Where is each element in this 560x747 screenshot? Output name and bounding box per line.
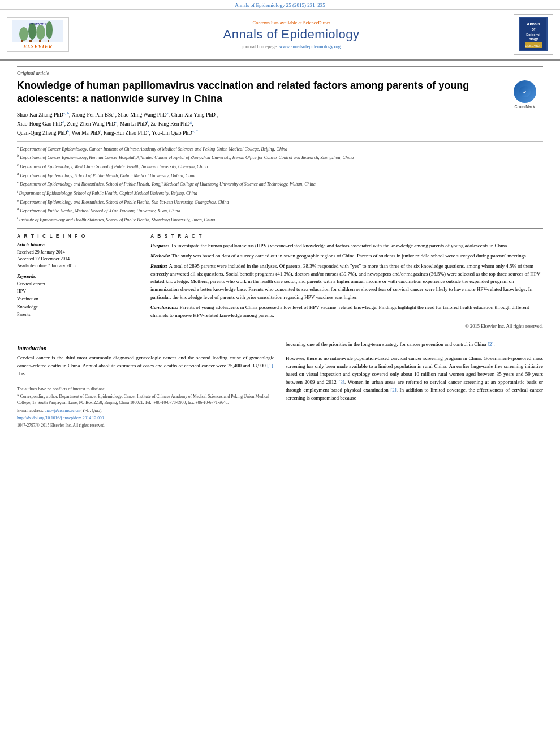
svg-text:Annals: Annals bbox=[527, 22, 540, 26]
intro-two-col: Introduction Cervical cancer is the thir… bbox=[17, 341, 543, 430]
journal-logo-right: Annals of Epidemi- ology ELSEVIER bbox=[514, 14, 553, 55]
intro-right-col: becoming one of the priorities in the lo… bbox=[286, 341, 543, 430]
keywords-list: Cervical cancer HPV Vaccination Knowledg… bbox=[17, 280, 134, 319]
journal-citation: Annals of Epidemiology 25 (2015) 231–235 bbox=[0, 0, 560, 10]
svg-rect-7 bbox=[39, 40, 41, 42]
abstract-results: Results: A total of 2895 parents were in… bbox=[150, 263, 543, 302]
corresponding-note: * Corresponding author. Department of Ca… bbox=[17, 393, 274, 406]
journal-header: ELSEVIER ELSEVIER Contents lists availab… bbox=[0, 10, 560, 61]
crossmark-label: CrossMark bbox=[514, 104, 535, 109]
article-title-text: Knowledge of human papillomavirus vaccin… bbox=[17, 80, 469, 104]
copyright-notice: © 2015 Elsevier Inc. All rights reserved… bbox=[150, 323, 543, 329]
main-content: Original article Knowledge of human papi… bbox=[0, 61, 560, 435]
svg-text:Epidemi-: Epidemi- bbox=[526, 33, 540, 36]
abstract-conclusions: Conclusions: Parents of young adolescent… bbox=[150, 304, 543, 320]
abstract-col: A B S T R A C T Purpose: To investigate … bbox=[150, 233, 543, 329]
abstract-purpose: Purpose: To investigate the human papill… bbox=[150, 242, 543, 250]
authors-line: Shao-Kai Zhang PhDa, b, Xiong-Fei Pan BS… bbox=[17, 110, 543, 138]
svg-text:ELSEVIER: ELSEVIER bbox=[525, 44, 542, 48]
journal-center: Contents lists available at ScienceDirec… bbox=[69, 20, 514, 49]
intro-para1: Cervical cancer is the third most common… bbox=[17, 354, 274, 378]
journal-homepage: journal homepage: www.annalsofepidemiolo… bbox=[75, 44, 508, 49]
elsevier-brand-text: ELSEVIER bbox=[10, 44, 66, 49]
abstract-methods: Methods: The study was based on data of … bbox=[150, 252, 543, 260]
abstract-heading-label: A B S T R A C T bbox=[150, 233, 543, 239]
svg-text:✓: ✓ bbox=[523, 89, 527, 95]
email-line: E-mail address: qiaoy@cicams.ac.cn (Y.-L… bbox=[17, 407, 274, 414]
affiliations: a Department of Cancer Epidemiology, Can… bbox=[17, 141, 543, 224]
svg-text:ology: ology bbox=[529, 37, 539, 41]
article-info-heading: A R T I C L E I N F O bbox=[17, 233, 134, 239]
top-bar: Annals of Epidemiology 25 (2015) 231–235 bbox=[0, 0, 560, 10]
article-history-label: Article history: bbox=[17, 242, 134, 247]
issn-text: 1047-2797/© 2015 Elsevier Inc. All right… bbox=[17, 422, 274, 428]
svg-text:of: of bbox=[532, 27, 536, 31]
article-info-abstract-section: A R T I C L E I N F O Article history: R… bbox=[17, 228, 543, 329]
svg-text:ELSEVIER: ELSEVIER bbox=[28, 22, 47, 27]
elsevier-logo-container: ELSEVIER ELSEVIER bbox=[7, 17, 69, 52]
svg-rect-6 bbox=[29, 40, 32, 42]
intro-heading: Introduction bbox=[17, 345, 274, 351]
crossmark[interactable]: ✓ CrossMark bbox=[506, 79, 543, 110]
svg-rect-8 bbox=[48, 40, 49, 42]
sciencedirect-link[interactable]: Contents lists available at ScienceDirec… bbox=[75, 20, 508, 25]
article-type: Original article bbox=[17, 66, 543, 76]
article-info-col: A R T I C L E I N F O Article history: R… bbox=[17, 233, 141, 329]
svg-point-1 bbox=[19, 27, 28, 41]
article-title-container: Knowledge of human papillomavirus vaccin… bbox=[17, 79, 543, 106]
journal-icon: Annals of Epidemi- ology ELSEVIER bbox=[519, 17, 548, 51]
conflict-note: The authors have no conflicts of interes… bbox=[17, 386, 274, 392]
crossmark-icon: ✓ bbox=[514, 80, 536, 103]
received-date: Received 29 January 2014 Accepted 27 Dec… bbox=[17, 249, 134, 269]
intro-right-para1: becoming one of the priorities in the lo… bbox=[286, 341, 543, 349]
doi-link[interactable]: http://dx.doi.org/10.1016/j.annepidem.20… bbox=[17, 415, 104, 420]
svg-rect-5 bbox=[21, 40, 23, 42]
keywords-label: Keywords: bbox=[17, 274, 134, 279]
introduction-section: Introduction Cervical cancer is the thir… bbox=[17, 336, 543, 430]
svg-point-3 bbox=[36, 25, 45, 40]
svg-point-4 bbox=[46, 21, 53, 39]
intro-right-para2: However, there is no nationwide populati… bbox=[286, 355, 543, 402]
footnote-area: The authors have no conflicts of interes… bbox=[17, 383, 274, 429]
journal-title: Annals of Epidemiology bbox=[75, 27, 508, 42]
intro-left-col: Introduction Cervical cancer is the thir… bbox=[17, 341, 274, 430]
